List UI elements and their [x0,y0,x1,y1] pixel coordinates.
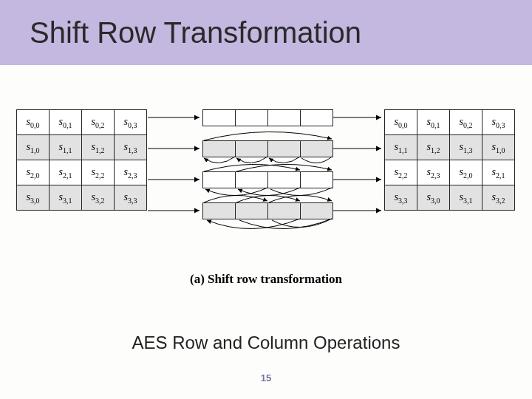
cell: s0,3 [115,110,147,135]
cell: s0,3 [482,110,515,135]
cell: s3,1 [50,185,82,211]
shift-row-1 [202,140,333,157]
cell: s2,3 [417,160,450,185]
cell: s3,1 [450,185,482,211]
shift-row-0 [202,109,333,126]
cell: s1,0 [17,135,50,160]
cell: s1,1 [385,135,417,160]
cell: s1,3 [450,135,482,160]
cell: s2,0 [17,160,50,185]
cell: s3,2 [482,185,515,211]
cell: s2,2 [385,160,417,185]
cell: s2,3 [115,160,147,185]
slide-title: Shift Row Transformation [30,16,361,50]
cell: s2,1 [50,160,82,185]
cell: s0,1 [50,110,82,135]
cell: s0,0 [385,110,417,135]
cell: s0,0 [17,110,50,135]
input-state-grid: s0,0 s0,1 s0,2 s0,3 s1,0 s1,1 s1,2 s1,3 … [16,109,147,211]
cell: s2,2 [82,160,115,185]
cell: s1,3 [115,135,147,160]
shift-row-2 [202,171,333,188]
cell: s3,3 [385,185,417,211]
cell: s0,2 [82,110,115,135]
cell: s3,0 [17,185,50,211]
figure-caption-a: (a) Shift row transformation [0,272,532,287]
cell: s1,2 [417,135,450,160]
cell: s1,0 [482,135,515,160]
slide-subtitle: AES Row and Column Operations [0,332,532,353]
cell: s1,2 [82,135,115,160]
cell: s1,1 [50,135,82,160]
output-state-grid: s0,0 s0,1 s0,2 s0,3 s1,1 s1,2 s1,3 s1,0 … [384,109,515,211]
cell: s2,0 [450,160,482,185]
diagram: s0,0 s0,1 s0,2 s0,3 s1,0 s1,1 s1,2 s1,3 … [0,95,532,331]
page-number: 15 [0,372,532,383]
cell: s3,3 [115,185,147,211]
slide-header: Shift Row Transformation [0,0,532,65]
cell: s3,0 [417,185,450,211]
cell: s0,2 [450,110,482,135]
cell: s3,2 [82,185,115,211]
cell: s2,1 [482,160,515,185]
shift-row-3 [202,202,333,219]
cell: s0,1 [417,110,450,135]
